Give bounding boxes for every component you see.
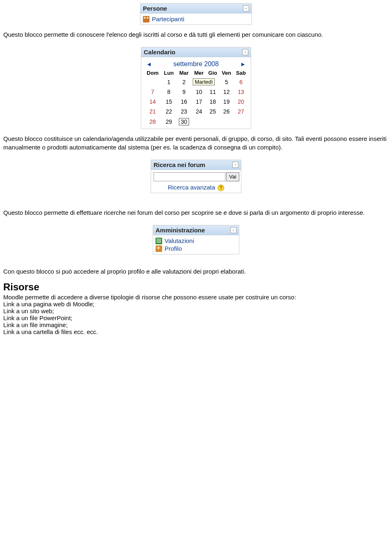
calendar-month-link[interactable]: settembre 2008 bbox=[173, 60, 218, 68]
calendar-day[interactable]: 5 bbox=[219, 77, 234, 87]
prev-month-icon[interactable]: ◄ bbox=[146, 61, 152, 67]
calendario-block: Calendario - ◄ settembre 2008 ► DomLunMa… bbox=[141, 47, 251, 129]
risorse-heading: Risorse bbox=[3, 281, 389, 293]
ricerca-title: Ricerca nei forum bbox=[154, 161, 205, 168]
paragraph-admin: Con questo blocco si può accedere al pro… bbox=[3, 267, 389, 276]
calendar-day[interactable]: 21 bbox=[144, 107, 161, 116]
help-icon[interactable]: ? bbox=[218, 185, 224, 191]
risorse-item: Link a un file PowerPoint; bbox=[3, 314, 389, 321]
admin-item-valutazioni[interactable]: Valutazioni bbox=[156, 237, 236, 245]
admin-item-profilo[interactable]: Profilo bbox=[156, 245, 236, 252]
calendar-day[interactable]: 28 bbox=[144, 116, 161, 127]
calendar-day[interactable]: 20 bbox=[234, 97, 248, 107]
calendar-day[interactable]: 30 bbox=[176, 116, 192, 127]
calendar-day[interactable]: 17 bbox=[192, 97, 206, 107]
search-go-button[interactable]: Vai bbox=[226, 172, 239, 181]
collapse-icon[interactable]: - bbox=[230, 227, 236, 233]
calendar-day bbox=[234, 116, 248, 127]
search-input[interactable] bbox=[154, 172, 225, 181]
paragraph-ricerca: Questo blocco permette di effettuare ric… bbox=[3, 209, 389, 217]
calendar-dayname: Mar bbox=[176, 69, 192, 77]
profile-icon bbox=[156, 245, 162, 252]
calendar-day[interactable]: 1 bbox=[161, 77, 176, 87]
persone-header: Persone - bbox=[140, 4, 252, 13]
calendar-day[interactable]: 8 bbox=[161, 87, 176, 97]
admin-block: Amministrazione - Valutazioni Profilo bbox=[153, 225, 239, 254]
risorse-list: Link a una pagina web di Moodle;Link a u… bbox=[3, 301, 389, 335]
calendar-day[interactable]: 14 bbox=[144, 97, 161, 107]
grades-icon bbox=[156, 238, 162, 244]
calendar-dayname: Mer bbox=[192, 69, 206, 77]
calendario-body: ◄ settembre 2008 ► DomLunMarMerGioVenSab… bbox=[141, 57, 251, 129]
calendar-day bbox=[206, 116, 220, 127]
calendar-day[interactable]: 2 bbox=[176, 77, 192, 87]
valutazioni-link[interactable]: Valutazioni bbox=[165, 237, 194, 244]
calendar-day[interactable]: 3 bbox=[192, 77, 206, 87]
calendar-day bbox=[219, 116, 234, 127]
collapse-icon[interactable]: - bbox=[232, 162, 238, 168]
calendar-dayname: Ven bbox=[219, 69, 234, 77]
persone-block: Persone - Partecipanti bbox=[140, 3, 252, 25]
persone-title: Persone bbox=[143, 5, 167, 12]
next-month-icon[interactable]: ► bbox=[240, 61, 246, 67]
calendar-day[interactable]: 6 bbox=[234, 77, 248, 87]
calendar-day[interactable]: 15 bbox=[161, 97, 176, 107]
calendar-dayname: Gio bbox=[206, 69, 220, 77]
calendario-title: Calendario bbox=[144, 49, 176, 56]
calendar-day[interactable]: 27 bbox=[234, 107, 248, 116]
calendar-day[interactable]: 9 bbox=[176, 87, 192, 97]
risorse-item: Link a un file immagine; bbox=[3, 321, 389, 328]
calendar-day[interactable]: 29 bbox=[161, 116, 176, 127]
calendar-day[interactable]: 23 bbox=[176, 107, 192, 116]
collapse-icon[interactable]: - bbox=[242, 49, 248, 55]
people-icon bbox=[143, 16, 149, 22]
ricerca-header: Ricerca nei forum - bbox=[151, 160, 241, 170]
calendar-day[interactable]: 16 bbox=[176, 97, 192, 107]
calendar-day bbox=[192, 116, 206, 127]
calendar-day[interactable]: 25 bbox=[206, 107, 220, 116]
calendar-day[interactable]: 11 bbox=[206, 87, 220, 97]
calendar-day[interactable]: 4 bbox=[206, 77, 220, 87]
calendar-day[interactable]: 12 bbox=[219, 87, 234, 97]
calendar-day bbox=[144, 77, 161, 87]
admin-header: Amministrazione - bbox=[153, 225, 239, 235]
calendar-dayname: Lun bbox=[161, 69, 176, 77]
calendar-day[interactable]: 10 bbox=[192, 87, 206, 97]
admin-title: Amministrazione bbox=[156, 227, 205, 234]
paragraph-calendario: Questo blocco costituisce un calendario/… bbox=[3, 135, 389, 152]
risorse-item: Link a una pagina web di Moodle; bbox=[3, 301, 389, 307]
calendar-day[interactable]: 13 bbox=[234, 87, 248, 97]
advanced-search-link[interactable]: Ricerca avanzata bbox=[168, 184, 215, 191]
partecipanti-link[interactable]: Partecipanti bbox=[152, 16, 184, 22]
calendario-header: Calendario - bbox=[141, 47, 251, 57]
calendar-day[interactable]: 22 bbox=[161, 107, 176, 116]
risorse-intro: Moodle permette di accedere a diverse ti… bbox=[3, 294, 389, 301]
risorse-item: Link a una cartella di files ecc. ecc. bbox=[3, 328, 389, 335]
risorse-item: Link a un sito web; bbox=[3, 307, 389, 314]
persone-item[interactable]: Partecipanti bbox=[143, 15, 249, 23]
ricerca-block: Ricerca nei forum - Vai Ricerca avanzata… bbox=[151, 160, 241, 193]
collapse-icon[interactable]: - bbox=[243, 5, 249, 11]
calendar-day[interactable]: 7 bbox=[144, 87, 161, 97]
calendar-day[interactable]: 19 bbox=[219, 97, 234, 107]
calendar-grid: DomLunMarMerGioVenSab 123456789101112131… bbox=[144, 69, 248, 127]
calendar-dayname: Dom bbox=[144, 69, 161, 77]
calendar-day[interactable]: 24 bbox=[192, 107, 206, 116]
paragraph-persone: Questo blocco permette di conoscere l'el… bbox=[3, 31, 389, 39]
profilo-link[interactable]: Profilo bbox=[165, 245, 182, 252]
calendar-day[interactable]: 26 bbox=[219, 107, 234, 116]
calendar-dayname: Sab bbox=[234, 69, 248, 77]
calendar-day[interactable]: 18 bbox=[206, 97, 220, 107]
